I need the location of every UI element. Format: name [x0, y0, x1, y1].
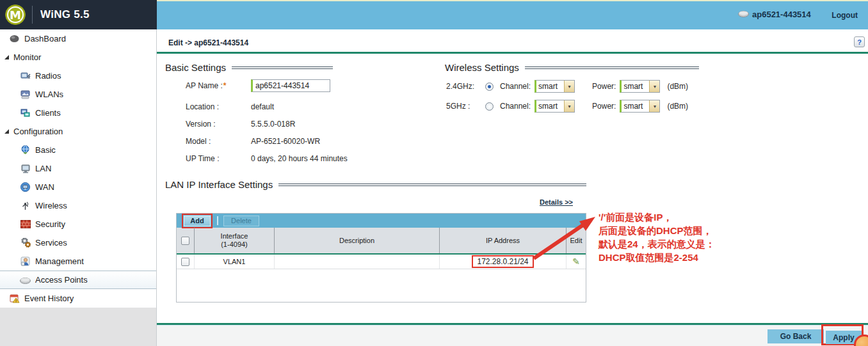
annotation-line: 默认是24，表示的意义是：: [599, 237, 715, 251]
lan-ip-table: Add Delete Interface(1-4094) Description…: [176, 213, 586, 303]
go-back-button[interactable]: Go Back: [768, 329, 824, 343]
sidebar-item-label: Services: [35, 238, 67, 248]
sidebar-item-lan[interactable]: LAN: [0, 159, 156, 178]
field-value: AP-6521-60020-WR: [251, 137, 320, 146]
brand-header: M WiNG 5.5: [0, 0, 157, 29]
sidebar-item-services[interactable]: Services: [0, 233, 156, 252]
sidebar-item-label: LAN: [35, 164, 51, 173]
sidebar-item-basic[interactable]: Basic: [0, 141, 156, 159]
channel-label: Channel:: [500, 82, 531, 91]
tree-expand-icon[interactable]: [4, 129, 9, 134]
field-label: Location :: [186, 102, 251, 111]
sidebar-item-radios[interactable]: Radios: [0, 67, 156, 85]
annotation-line: 后面是设备的DHCP范围，: [599, 224, 715, 237]
sidebar-item-clients[interactable]: Clients: [0, 104, 156, 122]
chevron-down-icon[interactable]: ▾: [564, 100, 574, 112]
field-value: default: [251, 102, 274, 111]
management-person-icon: [20, 256, 31, 267]
location-row: Location : default: [186, 100, 274, 113]
sidebar-item-label: Radios: [35, 71, 61, 81]
firewall-brick-icon: [20, 219, 31, 230]
channel-select-24ghz[interactable]: smart▾: [534, 80, 575, 93]
delete-button[interactable]: Delete: [223, 216, 259, 226]
details-link[interactable]: Details >>: [540, 198, 573, 206]
brand-separator: [32, 6, 33, 24]
device-name-label: ap6521-443514: [752, 10, 811, 19]
row-checkbox[interactable]: [181, 258, 189, 266]
sidebar-item-event-history[interactable]: Event History: [0, 289, 156, 308]
field-label: Model :: [186, 137, 251, 146]
table-row[interactable]: VLAN1 172.28.0.21/24 ✎: [177, 255, 586, 269]
band-label: 5GHz :: [446, 102, 485, 111]
chevron-down-icon[interactable]: ▾: [649, 81, 659, 92]
sidebar-item-configuration[interactable]: Configuration: [0, 122, 156, 141]
ap-name-row: AP Name :*: [186, 79, 330, 92]
version-row: Version : 5.5.5.0-018R: [186, 118, 295, 130]
chevron-down-icon[interactable]: ▾: [649, 100, 659, 112]
channel-select-5ghz[interactable]: smart▾: [534, 100, 575, 113]
interface-cell: VLAN1: [195, 255, 275, 269]
sidebar-item-monitor[interactable]: Monitor: [0, 48, 156, 67]
access-point-icon: [738, 10, 749, 19]
required-mark: *: [223, 81, 227, 90]
ap-name-input[interactable]: [251, 79, 330, 92]
section-rule: [525, 67, 699, 69]
basic-globe-icon: [20, 145, 31, 155]
field-label: UP Time :: [186, 154, 251, 163]
sidebar-item-label: Configuration: [13, 127, 63, 136]
wlans-icon: [20, 90, 31, 100]
sidebar-item-wlans[interactable]: WLANs: [0, 85, 156, 104]
select-all-column: [177, 228, 195, 253]
band-radio-24ghz[interactable]: [485, 83, 494, 91]
clients-icon: [20, 108, 31, 118]
services-gears-icon: [20, 238, 31, 248]
channel-label: Channel:: [500, 102, 531, 111]
sidebar-item-dashboard[interactable]: DashBoard: [0, 29, 156, 48]
brand-title: WiNG 5.5: [40, 8, 90, 21]
field-value: 0 days, 20 hours 44 minutes: [251, 154, 348, 163]
logout-button[interactable]: Logout: [832, 11, 858, 20]
chevron-down-icon[interactable]: ▾: [564, 81, 574, 92]
page-header: Edit -> ap6521-443514 ?: [157, 29, 868, 52]
footer-bar: Go Back Apply: [157, 325, 868, 346]
sidebar-item-label: Management: [35, 256, 84, 266]
power-select-24ghz[interactable]: smart▾: [620, 80, 660, 93]
sidebar-item-management[interactable]: Management: [0, 252, 156, 271]
power-label: Power:: [592, 102, 616, 111]
breadcrumb: Edit -> ap6521-443514: [168, 38, 248, 47]
select-all-checkbox[interactable]: [181, 237, 189, 245]
band-radio-5ghz[interactable]: [485, 102, 494, 111]
section-rule: [278, 184, 586, 186]
sidebar: DashBoard Monitor Radios WLANs Clients: [0, 29, 157, 308]
sidebar-item-wan[interactable]: WAN: [0, 178, 156, 196]
band-label: 2.4GHz:: [446, 82, 485, 91]
dashboard-globe-icon: [9, 34, 20, 44]
event-history-calendar-icon: [9, 294, 20, 304]
sidebar-item-security[interactable]: Security: [0, 215, 156, 233]
sidebar-item-wireless[interactable]: Wireless: [0, 196, 156, 215]
section-title: LAN IP Interface Settings: [165, 179, 273, 190]
tree-expand-icon[interactable]: [4, 55, 9, 59]
field-label: AP Name :*: [186, 81, 251, 90]
lan-monitor-icon: [20, 164, 31, 174]
help-button[interactable]: ?: [854, 36, 865, 47]
sidebar-item-label: Access Points: [35, 275, 88, 285]
description-cell: [275, 255, 440, 269]
basic-settings-section-header: Basic Settings: [165, 62, 333, 73]
edit-pencil-icon[interactable]: ✎: [572, 256, 580, 267]
sidebar-item-label: Basic: [35, 145, 56, 155]
wireless-antenna-icon: [20, 201, 31, 211]
wireless-24ghz-row: 2.4GHz: Channel: smart▾ Power: smart▾ (d…: [446, 79, 688, 93]
sidebar-item-access-points[interactable]: Access Points: [0, 271, 156, 289]
unit-label: (dBm): [667, 82, 688, 91]
power-select-5ghz[interactable]: smart▾: [620, 100, 660, 113]
sidebar-item-label: Monitor: [13, 52, 41, 62]
uptime-row: UP Time : 0 days, 20 hours 44 minutes: [186, 152, 348, 165]
column-description: Description: [275, 228, 440, 253]
column-ip-address: IP Address: [440, 228, 567, 253]
top-bar: ap6521-443514 Logout: [157, 0, 868, 29]
table-toolbar: Add Delete: [177, 214, 586, 228]
sidebar-empty-area: [0, 308, 157, 346]
annotation-line: '/'前面是设备IP，: [599, 210, 715, 224]
add-button[interactable]: Add: [184, 216, 211, 226]
